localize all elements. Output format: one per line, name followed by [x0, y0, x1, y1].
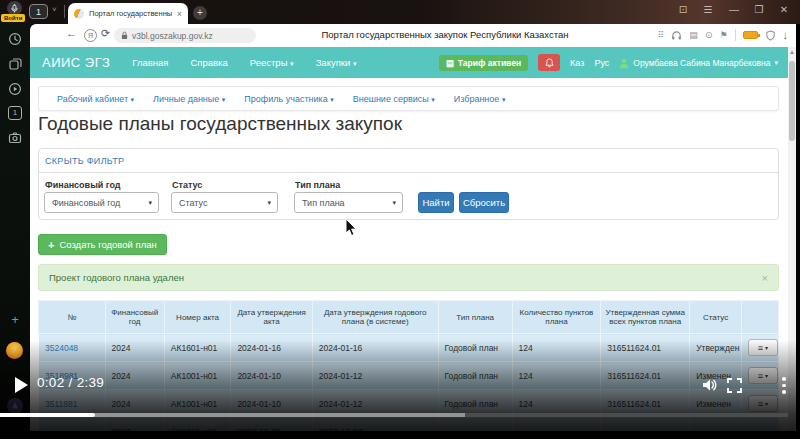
plan-type-select[interactable]: Тип плана▾: [294, 192, 403, 213]
sidebar-add-icon[interactable]: +: [8, 312, 22, 326]
col-plan-type: Тип плана: [438, 301, 512, 334]
tab-title: Портал государственны: [89, 9, 172, 18]
goszakup-favicon-icon: [74, 9, 84, 19]
scrollbar-thumb[interactable]: [789, 61, 795, 141]
divider: [735, 29, 736, 41]
reload-icon[interactable]: ⟳: [101, 27, 110, 40]
nav-home[interactable]: Главная: [132, 57, 168, 68]
restore-button[interactable]: ❐: [751, 4, 767, 15]
panels-icon[interactable]: ⊡: [675, 4, 691, 15]
col-status: Статус: [690, 301, 742, 334]
url-text: v3bl.goszakup.gov.kz: [132, 31, 213, 41]
subnav-external-services[interactable]: Внешние сервисы ▾: [353, 94, 435, 104]
caret-down-icon: ▾: [774, 59, 778, 67]
reader-icon[interactable]: ▤: [689, 30, 698, 40]
new-tab-button[interactable]: +: [193, 6, 207, 20]
fullscreen-icon[interactable]: [727, 378, 742, 393]
yandex-icon[interactable]: Я: [84, 29, 97, 42]
caret-down-icon: ▾: [330, 96, 334, 103]
col-act-number: Номер акта: [164, 301, 231, 334]
battery-saver-icon[interactable]: [743, 31, 758, 39]
nav-registries[interactable]: Реестры ▾: [250, 57, 294, 68]
user-name: Орумбаева Сабина Манарбековна: [633, 58, 770, 68]
download-icon[interactable]: ↓: [783, 29, 789, 41]
col-act-date: Дата утверждения акта: [231, 301, 312, 334]
subnav-personal-data[interactable]: Личные данные ▾: [153, 94, 225, 104]
lang-rus[interactable]: Рус: [594, 58, 609, 68]
alert-message: Проект годового плана удален: [49, 272, 762, 283]
subnav-participant-profile[interactable]: Профиль участника ▾: [244, 94, 333, 104]
more-options-kebab-icon[interactable]: [782, 377, 786, 397]
extensions-grid-icon[interactable]: ⠿: [658, 30, 665, 40]
main-navbar: АИИС ЭГЗ Главная Справка Реестры ▾ Закуп…: [30, 47, 788, 78]
subnav-work-cabinet[interactable]: Рабочий кабинет ▾: [57, 94, 134, 104]
bell-icon: [545, 58, 554, 68]
protect-shield-icon[interactable]: [765, 30, 776, 41]
status-select[interactable]: Статус▾: [171, 192, 278, 213]
history-clock-icon[interactable]: [8, 32, 22, 46]
bookmark-icon[interactable]: ⚑: [719, 30, 727, 40]
close-button[interactable]: ✕: [776, 4, 792, 15]
select-caret-icon: ▾: [392, 199, 396, 207]
subnav-favorites[interactable]: Избранное ▾: [454, 94, 506, 104]
alert-close-icon[interactable]: ×: [762, 272, 768, 284]
success-alert: Проект годового плана удален ×: [38, 264, 779, 291]
notifications-button[interactable]: [538, 54, 560, 71]
tab-group-icon[interactable]: 1: [8, 106, 22, 120]
caret-down-icon: ▾: [502, 96, 506, 103]
browser-titlebar: Войти 1 ˅ Портал государственны × + ⊡ ☰ …: [0, 0, 800, 24]
hide-filter-link[interactable]: СКРЫТЬ ФИЛЬТР: [45, 156, 124, 166]
lang-kaz[interactable]: Каз: [570, 58, 584, 68]
page-title: Годовые планы государственных закупок: [38, 113, 402, 135]
window-caption: Портал государственных закупок Республик…: [280, 29, 610, 40]
tab-counter[interactable]: 1: [29, 4, 48, 19]
login-badge[interactable]: Войти: [1, 14, 25, 22]
tariff-badge[interactable]: ▤Тариф активен: [439, 55, 528, 71]
nav-help[interactable]: Справка: [190, 57, 227, 68]
collections-icon[interactable]: [8, 57, 22, 71]
col-sys-date: Дата утверждения годового плана (в систе…: [312, 301, 438, 334]
cabinet-subnav: Рабочий кабинет ▾ Личные данные ▾ Профил…: [38, 86, 779, 111]
col-approved-sum: Утвержденная сумма всех пунктов плана: [601, 301, 690, 334]
caret-down-icon: ▾: [222, 96, 226, 103]
table-header-row: № Финансовый год Номер акта Дата утвержд…: [39, 301, 779, 334]
chat-icon[interactable]: ⊙: [705, 30, 713, 40]
caret-down-icon: ▾: [353, 60, 357, 67]
player-letterbox: [0, 431, 800, 439]
volume-icon[interactable]: [700, 376, 718, 394]
scroll-up-icon[interactable]: ▲: [788, 49, 796, 55]
user-menu[interactable]: Орумбаева Сабина Манарбековна ▾: [619, 58, 778, 68]
reset-button[interactable]: Сбросить: [459, 192, 509, 213]
tab-close-icon[interactable]: ×: [177, 9, 182, 19]
play-button[interactable]: [15, 377, 28, 393]
played-bar: [0, 413, 95, 417]
browser-menu-icon[interactable]: ☰: [700, 4, 716, 15]
brand-logo[interactable]: АИИС ЭГЗ: [42, 55, 110, 70]
browser-tab[interactable]: Портал государственны ×: [68, 3, 188, 24]
year-select[interactable]: Финансовый год▾: [44, 192, 159, 213]
find-button[interactable]: Найти: [418, 192, 454, 213]
progress-bar[interactable]: [0, 413, 788, 417]
headphones-icon[interactable]: [671, 30, 682, 41]
video-player: Войти 1 ˅ Портал государственны × + ⊡ ☰ …: [0, 0, 800, 439]
play-circle-icon[interactable]: [8, 82, 22, 96]
back-icon[interactable]: ←: [66, 27, 77, 39]
nav-purchases[interactable]: Закупки ▾: [316, 57, 357, 68]
mic-icon: [10, 4, 19, 13]
screenshot-camera-icon[interactable]: [8, 131, 22, 145]
minimize-button[interactable]: —: [726, 4, 742, 15]
mouse-cursor: [345, 218, 359, 238]
user-icon: [619, 58, 629, 68]
plus-icon: +: [48, 239, 54, 251]
filter-label-year: Финансовый год: [45, 180, 121, 190]
select-caret-icon: ▾: [267, 199, 271, 207]
address-bar[interactable]: v3bl.goszakup.gov.kz: [114, 28, 256, 43]
filter-label-plan-type: Тип плана: [295, 180, 340, 190]
create-annual-plan-button[interactable]: + Создать годовой план: [38, 234, 167, 255]
col-number: №: [39, 301, 106, 334]
col-fin-year: Финансовый год: [105, 301, 164, 334]
browser-toolbar: ← Я ⟳ v3bl.goszakup.gov.kz Портал госуда…: [30, 24, 796, 47]
tab-list-chevron-icon[interactable]: ˅: [52, 5, 57, 14]
col-points-count: Количество пунктов плана: [512, 301, 601, 334]
filter-label-status: Статус: [172, 180, 202, 190]
